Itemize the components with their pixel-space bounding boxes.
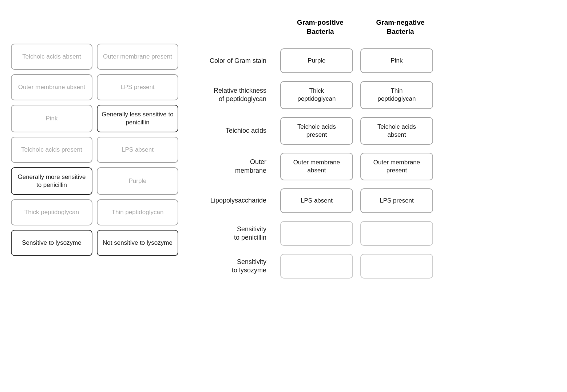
- table-row-0: Color of Gram stainPurplePink: [193, 47, 556, 75]
- left-card-c6[interactable]: Generally less sensitive to penicillin: [97, 105, 178, 132]
- left-card-c10[interactable]: Purple: [97, 167, 178, 195]
- right-panel: Gram-positive Bacteria Gram-negative Bac…: [178, 15, 556, 377]
- row-cell-1-col1: Thick peptidoglycan: [280, 81, 353, 109]
- left-card-c5[interactable]: Pink: [11, 105, 92, 132]
- page-container: Teichoic acids absentOuter membrane pres…: [0, 0, 567, 392]
- table-row-3: Outer membraneOuter membrane absentOuter…: [193, 151, 556, 182]
- table-body: Color of Gram stainPurplePinkRelative th…: [193, 47, 556, 280]
- left-card-c14[interactable]: Not sensitive to lysozyme: [97, 230, 178, 256]
- row-cell-5-col1: [280, 221, 353, 246]
- left-card-c9[interactable]: Generally more sensitive to penicillin: [11, 167, 92, 195]
- col1-header: Gram-positive Bacteria: [280, 15, 360, 40]
- table-row-4: LipopolysaccharideLPS absentLPS present: [193, 187, 556, 215]
- left-card-c2[interactable]: Outer membrane present: [97, 44, 178, 70]
- row-cell-1-col2: Thin peptidoglycan: [360, 81, 433, 109]
- table-row-2: Teichioc acidsTeichoic acids presentTeic…: [193, 116, 556, 146]
- row-label-0: Color of Gram stain: [193, 57, 277, 65]
- row-label-2: Teichioc acids: [193, 127, 277, 135]
- row-cell-0-col1: Purple: [280, 48, 353, 73]
- row-cell-3-col1: Outer membrane absent: [280, 153, 353, 180]
- row-cell-6-col2: [360, 254, 433, 279]
- left-panel: Teichoic acids absentOuter membrane pres…: [11, 15, 178, 377]
- table-row-1: Relative thickness of peptidoglycanThick…: [193, 80, 556, 110]
- col2-header: Gram-negative Bacteria: [360, 15, 440, 40]
- left-card-c13[interactable]: Sensitive to lysozyme: [11, 230, 92, 256]
- row-label-1: Relative thickness of peptidoglycan: [193, 87, 277, 104]
- table-header: Gram-positive Bacteria Gram-negative Bac…: [193, 15, 556, 40]
- left-card-c11[interactable]: Thick peptidoglycan: [11, 199, 92, 225]
- row-cell-4-col2: LPS present: [360, 188, 433, 213]
- row-cell-6-col1: [280, 254, 353, 279]
- left-card-c1[interactable]: Teichoic acids absent: [11, 44, 92, 70]
- row-cell-2-col2: Teichoic acids absent: [360, 117, 433, 145]
- left-card-c12[interactable]: Thin peptidoglycan: [97, 199, 178, 225]
- left-card-c7[interactable]: Teichoic acids present: [11, 137, 92, 163]
- table-row-5: Sensitivity to penicillin: [193, 220, 556, 247]
- row-label-6: Sensitivity to lysozyme: [193, 258, 277, 275]
- row-cell-4-col1: LPS absent: [280, 188, 353, 213]
- table-row-6: Sensitivity to lysozyme: [193, 252, 556, 280]
- row-cell-2-col1: Teichoic acids present: [280, 117, 353, 145]
- row-cell-0-col2: Pink: [360, 48, 433, 73]
- row-cell-3-col2: Outer membrane present: [360, 153, 433, 180]
- row-cell-5-col2: [360, 221, 433, 246]
- left-card-c3[interactable]: Outer membrane absent: [11, 74, 92, 100]
- row-label-5: Sensitivity to penicillin: [193, 225, 277, 242]
- left-card-c8[interactable]: LPS absent: [97, 137, 178, 163]
- row-label-4: Lipopolysaccharide: [193, 196, 277, 205]
- left-card-c4[interactable]: LPS present: [97, 74, 178, 100]
- row-label-3: Outer membrane: [193, 158, 277, 175]
